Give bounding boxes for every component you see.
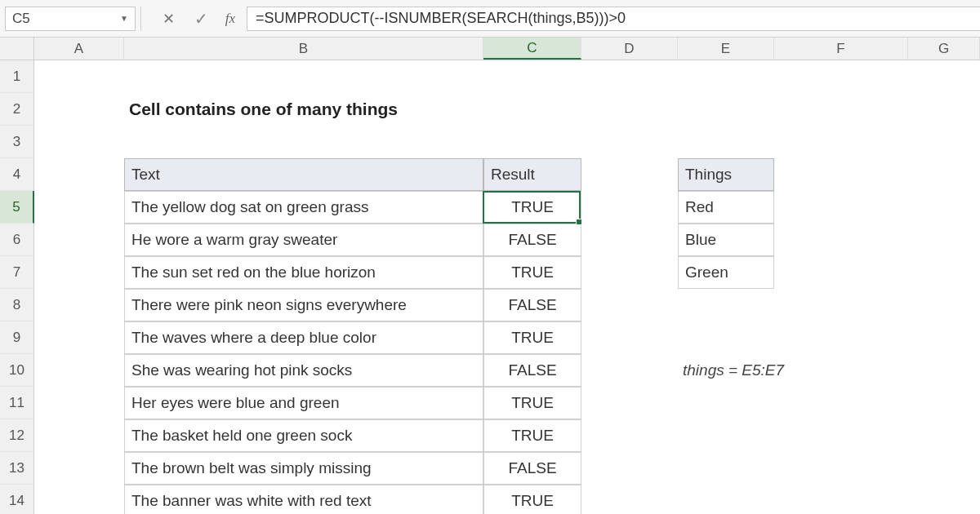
cell-G12[interactable] bbox=[908, 419, 980, 452]
cell-E4-header[interactable]: Things bbox=[678, 158, 774, 191]
cell-D9[interactable] bbox=[581, 321, 678, 354]
cell-D6[interactable] bbox=[581, 224, 678, 256]
cell-A2[interactable] bbox=[34, 93, 124, 126]
row-header-14[interactable]: 14 bbox=[0, 485, 34, 514]
cell-G8[interactable] bbox=[908, 289, 980, 321]
name-box[interactable]: C5 ▼ bbox=[5, 7, 136, 31]
cell-D14[interactable] bbox=[581, 485, 678, 514]
cell-F3[interactable] bbox=[774, 126, 908, 158]
cell-G9[interactable] bbox=[908, 321, 980, 354]
cell-E3[interactable] bbox=[678, 126, 774, 158]
cell-F9[interactable] bbox=[774, 321, 908, 354]
cell-A14[interactable] bbox=[34, 485, 124, 514]
cell-G13[interactable] bbox=[908, 452, 980, 485]
cell-C1[interactable] bbox=[483, 60, 581, 93]
cell-C3[interactable] bbox=[483, 126, 581, 158]
cell-A11[interactable] bbox=[34, 387, 124, 419]
col-header-A[interactable]: A bbox=[34, 38, 124, 60]
cell-A9[interactable] bbox=[34, 321, 124, 354]
cell-G3[interactable] bbox=[908, 126, 980, 158]
row-header-9[interactable]: 9 bbox=[0, 321, 34, 354]
row-header-4[interactable]: 4 bbox=[0, 158, 34, 191]
cell-C5[interactable]: TRUE bbox=[483, 191, 581, 224]
cell-E1[interactable] bbox=[678, 60, 774, 93]
cell-D8[interactable] bbox=[581, 289, 678, 321]
cell-D2[interactable] bbox=[581, 93, 678, 126]
col-header-E[interactable]: E bbox=[678, 38, 774, 60]
cell-D3[interactable] bbox=[581, 126, 678, 158]
cell-C7[interactable]: TRUE bbox=[483, 256, 581, 289]
cell-E9[interactable] bbox=[678, 321, 774, 354]
cell-G6[interactable] bbox=[908, 224, 980, 256]
cell-C13[interactable]: FALSE bbox=[483, 452, 581, 485]
cell-D10[interactable] bbox=[581, 354, 678, 387]
col-header-C[interactable]: C bbox=[483, 38, 581, 60]
cell-A4[interactable] bbox=[34, 158, 124, 191]
row-header-10[interactable]: 10 bbox=[0, 354, 34, 387]
select-all-corner[interactable] bbox=[0, 38, 34, 60]
cell-G10[interactable] bbox=[908, 354, 980, 387]
cell-E14[interactable] bbox=[678, 485, 774, 514]
cell-E7[interactable]: Green bbox=[678, 256, 774, 289]
cell-B6[interactable]: He wore a warm gray sweater bbox=[124, 224, 483, 256]
cell-B12[interactable]: The basket held one green sock bbox=[124, 419, 483, 452]
cell-B14[interactable]: The banner was white with red text bbox=[124, 485, 483, 514]
cell-F2[interactable] bbox=[774, 93, 908, 126]
cell-C4-header[interactable]: Result bbox=[483, 158, 581, 191]
cell-C12[interactable]: TRUE bbox=[483, 419, 581, 452]
row-header-2[interactable]: 2 bbox=[0, 93, 34, 126]
cell-G14[interactable] bbox=[908, 485, 980, 514]
cell-A10[interactable] bbox=[34, 354, 124, 387]
cell-C14[interactable]: TRUE bbox=[483, 485, 581, 514]
col-header-F[interactable]: F bbox=[774, 38, 908, 60]
cell-F11[interactable] bbox=[774, 387, 908, 419]
cell-B2-title[interactable]: Cell contains one of many things bbox=[124, 93, 483, 126]
cell-F8[interactable] bbox=[774, 289, 908, 321]
cell-D5[interactable] bbox=[581, 191, 678, 224]
cell-G5[interactable] bbox=[908, 191, 980, 224]
cell-A7[interactable] bbox=[34, 256, 124, 289]
cell-C9[interactable]: TRUE bbox=[483, 321, 581, 354]
cell-C10[interactable]: FALSE bbox=[483, 354, 581, 387]
cancel-icon[interactable]: ✕ bbox=[152, 10, 185, 28]
cell-E10-annotation[interactable]: things = E5:E7 bbox=[678, 354, 774, 387]
cell-C11[interactable]: TRUE bbox=[483, 387, 581, 419]
cell-B5[interactable]: The yellow dog sat on green grass bbox=[124, 191, 483, 224]
row-header-7[interactable]: 7 bbox=[0, 256, 34, 289]
cell-E12[interactable] bbox=[678, 419, 774, 452]
cell-D1[interactable] bbox=[581, 60, 678, 93]
cell-B13[interactable]: The brown belt was simply missing bbox=[124, 452, 483, 485]
cell-E11[interactable] bbox=[678, 387, 774, 419]
row-header-3[interactable]: 3 bbox=[0, 126, 34, 158]
formula-input[interactable]: =SUMPRODUCT(--ISNUMBER(SEARCH(things,B5)… bbox=[247, 7, 980, 31]
cell-A13[interactable] bbox=[34, 452, 124, 485]
cell-B7[interactable]: The sun set red on the blue horizon bbox=[124, 256, 483, 289]
cell-B11[interactable]: Her eyes were blue and green bbox=[124, 387, 483, 419]
cell-B8[interactable]: There were pink neon signs everywhere bbox=[124, 289, 483, 321]
cell-A3[interactable] bbox=[34, 126, 124, 158]
cell-B3[interactable] bbox=[124, 126, 483, 158]
cell-A5[interactable] bbox=[34, 191, 124, 224]
col-header-D[interactable]: D bbox=[581, 38, 678, 60]
cell-A8[interactable] bbox=[34, 289, 124, 321]
cell-G2[interactable] bbox=[908, 93, 980, 126]
row-header-12[interactable]: 12 bbox=[0, 419, 34, 452]
cell-E2[interactable] bbox=[678, 93, 774, 126]
cell-F12[interactable] bbox=[774, 419, 908, 452]
row-header-5[interactable]: 5 bbox=[0, 191, 34, 224]
cell-G7[interactable] bbox=[908, 256, 980, 289]
cell-A6[interactable] bbox=[34, 224, 124, 256]
row-header-13[interactable]: 13 bbox=[0, 452, 34, 485]
row-header-8[interactable]: 8 bbox=[0, 289, 34, 321]
cell-B9[interactable]: The waves where a deep blue color bbox=[124, 321, 483, 354]
cell-G1[interactable] bbox=[908, 60, 980, 93]
fx-icon[interactable]: fx bbox=[217, 11, 243, 27]
enter-icon[interactable]: ✓ bbox=[185, 9, 217, 29]
cell-F10[interactable] bbox=[774, 354, 908, 387]
row-header-6[interactable]: 6 bbox=[0, 224, 34, 256]
cell-F5[interactable] bbox=[774, 191, 908, 224]
cell-B4-header[interactable]: Text bbox=[124, 158, 483, 191]
row-header-1[interactable]: 1 bbox=[0, 60, 34, 93]
cell-A1[interactable] bbox=[34, 60, 124, 93]
cell-D13[interactable] bbox=[581, 452, 678, 485]
